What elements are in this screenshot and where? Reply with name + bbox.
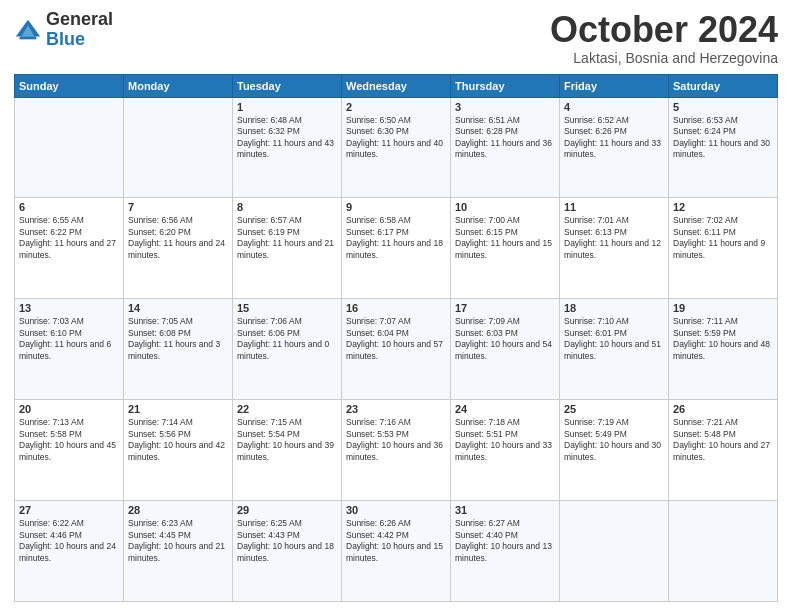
cell-info: Sunrise: 6:27 AMSunset: 4:40 PMDaylight:… <box>455 518 555 564</box>
cell-info: Sunrise: 7:02 AMSunset: 6:11 PMDaylight:… <box>673 215 773 261</box>
day-number: 7 <box>128 201 228 213</box>
calendar-week-5: 27Sunrise: 6:22 AMSunset: 4:46 PMDayligh… <box>15 501 778 602</box>
calendar-cell: 7Sunrise: 6:56 AMSunset: 6:20 PMDaylight… <box>124 198 233 299</box>
calendar-cell: 12Sunrise: 7:02 AMSunset: 6:11 PMDayligh… <box>669 198 778 299</box>
calendar-cell: 22Sunrise: 7:15 AMSunset: 5:54 PMDayligh… <box>233 400 342 501</box>
calendar-cell: 6Sunrise: 6:55 AMSunset: 6:22 PMDaylight… <box>15 198 124 299</box>
logo-text: General Blue <box>46 10 113 50</box>
day-header-thursday: Thursday <box>451 74 560 97</box>
day-number: 11 <box>564 201 664 213</box>
calendar-cell: 1Sunrise: 6:48 AMSunset: 6:32 PMDaylight… <box>233 97 342 198</box>
cell-info: Sunrise: 7:19 AMSunset: 5:49 PMDaylight:… <box>564 417 664 463</box>
calendar-cell <box>560 501 669 602</box>
day-number: 28 <box>128 504 228 516</box>
calendar-week-2: 6Sunrise: 6:55 AMSunset: 6:22 PMDaylight… <box>15 198 778 299</box>
day-number: 18 <box>564 302 664 314</box>
svg-rect-2 <box>20 36 37 39</box>
day-number: 10 <box>455 201 555 213</box>
cell-info: Sunrise: 6:22 AMSunset: 4:46 PMDaylight:… <box>19 518 119 564</box>
calendar-cell <box>669 501 778 602</box>
day-header-friday: Friday <box>560 74 669 97</box>
calendar-cell: 15Sunrise: 7:06 AMSunset: 6:06 PMDayligh… <box>233 299 342 400</box>
calendar-cell <box>15 97 124 198</box>
day-number: 19 <box>673 302 773 314</box>
cell-info: Sunrise: 6:23 AMSunset: 4:45 PMDaylight:… <box>128 518 228 564</box>
calendar-header-row: SundayMondayTuesdayWednesdayThursdayFrid… <box>15 74 778 97</box>
day-number: 4 <box>564 101 664 113</box>
cell-info: Sunrise: 7:03 AMSunset: 6:10 PMDaylight:… <box>19 316 119 362</box>
day-number: 25 <box>564 403 664 415</box>
cell-info: Sunrise: 7:05 AMSunset: 6:08 PMDaylight:… <box>128 316 228 362</box>
calendar-table: SundayMondayTuesdayWednesdayThursdayFrid… <box>14 74 778 602</box>
day-number: 3 <box>455 101 555 113</box>
calendar-cell <box>124 97 233 198</box>
cell-info: Sunrise: 7:14 AMSunset: 5:56 PMDaylight:… <box>128 417 228 463</box>
calendar-cell: 14Sunrise: 7:05 AMSunset: 6:08 PMDayligh… <box>124 299 233 400</box>
calendar-cell: 29Sunrise: 6:25 AMSunset: 4:43 PMDayligh… <box>233 501 342 602</box>
cell-info: Sunrise: 7:07 AMSunset: 6:04 PMDaylight:… <box>346 316 446 362</box>
calendar-cell: 27Sunrise: 6:22 AMSunset: 4:46 PMDayligh… <box>15 501 124 602</box>
calendar-cell: 25Sunrise: 7:19 AMSunset: 5:49 PMDayligh… <box>560 400 669 501</box>
cell-info: Sunrise: 7:21 AMSunset: 5:48 PMDaylight:… <box>673 417 773 463</box>
day-number: 16 <box>346 302 446 314</box>
calendar-cell: 16Sunrise: 7:07 AMSunset: 6:04 PMDayligh… <box>342 299 451 400</box>
cell-info: Sunrise: 7:13 AMSunset: 5:58 PMDaylight:… <box>19 417 119 463</box>
cell-info: Sunrise: 7:10 AMSunset: 6:01 PMDaylight:… <box>564 316 664 362</box>
day-number: 6 <box>19 201 119 213</box>
calendar-cell: 11Sunrise: 7:01 AMSunset: 6:13 PMDayligh… <box>560 198 669 299</box>
calendar-cell: 17Sunrise: 7:09 AMSunset: 6:03 PMDayligh… <box>451 299 560 400</box>
day-number: 20 <box>19 403 119 415</box>
day-number: 21 <box>128 403 228 415</box>
calendar-cell: 2Sunrise: 6:50 AMSunset: 6:30 PMDaylight… <box>342 97 451 198</box>
calendar-cell: 21Sunrise: 7:14 AMSunset: 5:56 PMDayligh… <box>124 400 233 501</box>
cell-info: Sunrise: 6:51 AMSunset: 6:28 PMDaylight:… <box>455 115 555 161</box>
day-number: 22 <box>237 403 337 415</box>
day-number: 1 <box>237 101 337 113</box>
cell-info: Sunrise: 7:06 AMSunset: 6:06 PMDaylight:… <box>237 316 337 362</box>
calendar-week-3: 13Sunrise: 7:03 AMSunset: 6:10 PMDayligh… <box>15 299 778 400</box>
cell-info: Sunrise: 7:09 AMSunset: 6:03 PMDaylight:… <box>455 316 555 362</box>
title-block: October 2024 Laktasi, Bosnia and Herzego… <box>550 10 778 66</box>
cell-info: Sunrise: 6:48 AMSunset: 6:32 PMDaylight:… <box>237 115 337 161</box>
cell-info: Sunrise: 7:00 AMSunset: 6:15 PMDaylight:… <box>455 215 555 261</box>
calendar-cell: 4Sunrise: 6:52 AMSunset: 6:26 PMDaylight… <box>560 97 669 198</box>
calendar-week-4: 20Sunrise: 7:13 AMSunset: 5:58 PMDayligh… <box>15 400 778 501</box>
month-title: October 2024 <box>550 10 778 50</box>
day-number: 26 <box>673 403 773 415</box>
calendar-cell: 28Sunrise: 6:23 AMSunset: 4:45 PMDayligh… <box>124 501 233 602</box>
cell-info: Sunrise: 7:01 AMSunset: 6:13 PMDaylight:… <box>564 215 664 261</box>
day-header-tuesday: Tuesday <box>233 74 342 97</box>
day-number: 31 <box>455 504 555 516</box>
calendar-cell: 13Sunrise: 7:03 AMSunset: 6:10 PMDayligh… <box>15 299 124 400</box>
calendar-week-1: 1Sunrise: 6:48 AMSunset: 6:32 PMDaylight… <box>15 97 778 198</box>
calendar-cell: 26Sunrise: 7:21 AMSunset: 5:48 PMDayligh… <box>669 400 778 501</box>
day-number: 14 <box>128 302 228 314</box>
day-number: 24 <box>455 403 555 415</box>
calendar-body: 1Sunrise: 6:48 AMSunset: 6:32 PMDaylight… <box>15 97 778 601</box>
day-number: 9 <box>346 201 446 213</box>
calendar-cell: 8Sunrise: 6:57 AMSunset: 6:19 PMDaylight… <box>233 198 342 299</box>
cell-info: Sunrise: 6:53 AMSunset: 6:24 PMDaylight:… <box>673 115 773 161</box>
day-number: 27 <box>19 504 119 516</box>
cell-info: Sunrise: 7:15 AMSunset: 5:54 PMDaylight:… <box>237 417 337 463</box>
cell-info: Sunrise: 6:57 AMSunset: 6:19 PMDaylight:… <box>237 215 337 261</box>
calendar-cell: 31Sunrise: 6:27 AMSunset: 4:40 PMDayligh… <box>451 501 560 602</box>
cell-info: Sunrise: 6:58 AMSunset: 6:17 PMDaylight:… <box>346 215 446 261</box>
cell-info: Sunrise: 6:25 AMSunset: 4:43 PMDaylight:… <box>237 518 337 564</box>
cell-info: Sunrise: 6:26 AMSunset: 4:42 PMDaylight:… <box>346 518 446 564</box>
day-number: 23 <box>346 403 446 415</box>
day-number: 29 <box>237 504 337 516</box>
logo-general: General <box>46 10 113 30</box>
day-number: 30 <box>346 504 446 516</box>
cell-info: Sunrise: 6:56 AMSunset: 6:20 PMDaylight:… <box>128 215 228 261</box>
logo-icon <box>14 16 42 44</box>
cell-info: Sunrise: 6:52 AMSunset: 6:26 PMDaylight:… <box>564 115 664 161</box>
day-number: 13 <box>19 302 119 314</box>
cell-info: Sunrise: 7:11 AMSunset: 5:59 PMDaylight:… <box>673 316 773 362</box>
calendar-cell: 9Sunrise: 6:58 AMSunset: 6:17 PMDaylight… <box>342 198 451 299</box>
location-subtitle: Laktasi, Bosnia and Herzegovina <box>550 50 778 66</box>
cell-info: Sunrise: 7:18 AMSunset: 5:51 PMDaylight:… <box>455 417 555 463</box>
cell-info: Sunrise: 6:55 AMSunset: 6:22 PMDaylight:… <box>19 215 119 261</box>
page-header: General Blue October 2024 Laktasi, Bosni… <box>14 10 778 66</box>
day-number: 12 <box>673 201 773 213</box>
